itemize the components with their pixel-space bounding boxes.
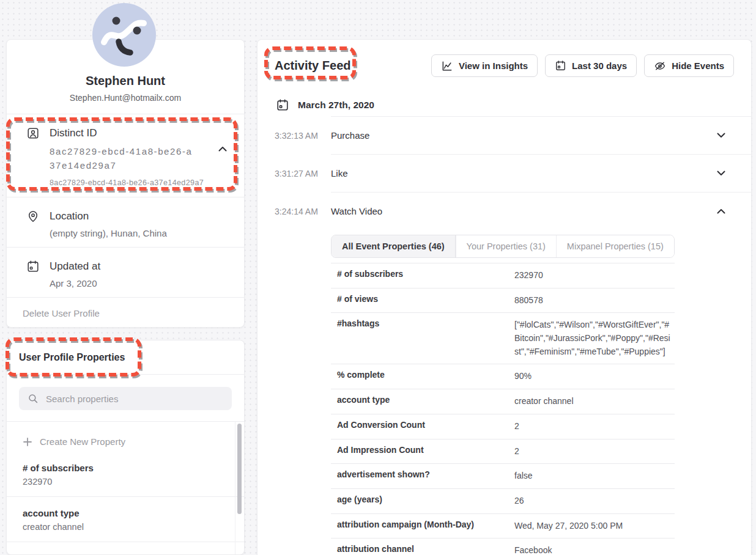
property-value: Facebook bbox=[514, 544, 673, 555]
property-value: 2 bbox=[514, 445, 673, 458]
create-new-property-button[interactable]: Create New Property bbox=[7, 422, 244, 452]
event-time: 3:32:13 AM bbox=[258, 131, 331, 141]
property-name: account type bbox=[23, 508, 244, 518]
event-row[interactable]: 3:31:27 AM Like bbox=[258, 155, 751, 192]
event-time: 3:31:27 AM bbox=[258, 169, 331, 178]
create-new-property-label: Create New Property bbox=[40, 436, 125, 447]
property-value: 880578 bbox=[514, 294, 673, 307]
id-card-icon bbox=[26, 127, 40, 140]
property-value: 2 bbox=[514, 420, 673, 433]
view-in-insights-label: View in Insights bbox=[459, 61, 528, 71]
property-value: ["#lolCats","#Wilson","#WorstGiftEver","… bbox=[514, 318, 673, 358]
distinct-id-sub-value: 8ac27829-ebcd-41a8-be26-a37e14ed29a7 bbox=[50, 178, 227, 187]
distinct-id-section: Distinct ID 8ac27829-ebcd-41a8-be26-a37e… bbox=[7, 114, 244, 197]
search-icon bbox=[28, 393, 39, 404]
location-section: Location (empty string), Hunan, China bbox=[7, 197, 244, 248]
property-name: attribution channel bbox=[331, 544, 514, 555]
event-row-expanded[interactable]: 3:24:14 AM Watch Video bbox=[258, 193, 751, 230]
property-name: # of subscribers bbox=[23, 463, 244, 473]
properties-scrollbar[interactable] bbox=[237, 424, 243, 521]
hide-events-label: Hide Events bbox=[672, 61, 724, 71]
avatar bbox=[92, 3, 156, 67]
property-value: false bbox=[514, 469, 673, 483]
event-properties-panel: All Event Properties (46) Your Propertie… bbox=[331, 235, 675, 555]
plus-icon bbox=[23, 437, 32, 447]
table-row: # of views 880578 bbox=[331, 289, 675, 314]
property-name: advertisement shown? bbox=[331, 469, 514, 483]
properties-list: Create New Property # of subscribers 232… bbox=[7, 422, 244, 542]
chevron-up-icon[interactable] bbox=[717, 208, 725, 214]
table-row: attribution channel Facebook bbox=[331, 538, 675, 555]
feed-date-label: March 27th, 2020 bbox=[298, 100, 374, 111]
table-row: account type creator channel bbox=[331, 389, 675, 414]
updated-at-section: Updated at Apr 3, 2020 bbox=[7, 248, 244, 298]
chevron-up-icon[interactable] bbox=[218, 146, 227, 152]
distinct-id-value: 8ac27829-ebcd-41a8-be26-a37e14ed29a7 bbox=[50, 145, 196, 172]
updated-at-label: Updated at bbox=[50, 260, 100, 273]
profile-email: Stephen.Hunt@hotmailx.com bbox=[7, 93, 244, 103]
table-row: age (years) 26 bbox=[331, 489, 675, 514]
user-profile-properties-card: User Profile Properties Create New Prope… bbox=[6, 340, 245, 555]
location-label: Location bbox=[50, 210, 89, 222]
property-value: 26 bbox=[514, 494, 673, 508]
search-properties-input[interactable] bbox=[46, 394, 223, 404]
user-profile-card: Stephen Hunt Stephen.Hunt@hotmailx.com D… bbox=[6, 39, 245, 328]
table-row: Ad Conversion Count 2 bbox=[331, 414, 675, 439]
hide-events-button[interactable]: Hide Events bbox=[644, 54, 734, 77]
search-properties-field[interactable] bbox=[19, 387, 232, 410]
table-row: Ad Impression Count 2 bbox=[331, 439, 675, 465]
tab-mixpanel-properties[interactable]: Mixpanel Properties (15) bbox=[556, 235, 674, 257]
event-properties-tabs: All Event Properties (46) Your Propertie… bbox=[331, 235, 675, 258]
property-name: Ad Impression Count bbox=[331, 445, 514, 458]
calendar-icon bbox=[555, 60, 566, 72]
date-range-button[interactable]: Last 30 days bbox=[545, 54, 637, 77]
user-profile-properties-title: User Profile Properties bbox=[19, 352, 125, 363]
property-name: % complete bbox=[331, 370, 514, 383]
line-chart-icon bbox=[441, 60, 453, 72]
chevron-down-icon[interactable] bbox=[717, 171, 725, 176]
distinct-id-label: Distinct ID bbox=[50, 127, 97, 139]
property-name: # of views bbox=[331, 294, 514, 307]
property-item[interactable]: # of subscribers 232970 bbox=[7, 452, 244, 497]
tab-all-event-properties[interactable]: All Event Properties (46) bbox=[332, 235, 456, 257]
updated-at-value: Apr 3, 2020 bbox=[50, 278, 227, 289]
property-name: Ad Conversion Count bbox=[331, 420, 514, 433]
date-range-label: Last 30 days bbox=[572, 61, 627, 71]
feed-date-header: March 27th, 2020 bbox=[258, 77, 751, 116]
eye-off-icon bbox=[654, 60, 666, 72]
event-row[interactable]: 3:32:13 AM Purchase bbox=[258, 117, 751, 154]
table-row: # of subscribers 232970 bbox=[331, 263, 675, 289]
event-properties-table: # of subscribers 232970 # of views 88057… bbox=[331, 263, 675, 555]
chevron-down-icon[interactable] bbox=[717, 133, 725, 138]
property-name: # of subscribers bbox=[331, 269, 514, 282]
property-value: creator channel bbox=[514, 395, 673, 408]
profile-name: Stephen Hunt bbox=[7, 74, 244, 88]
activity-feed-title: Activity Feed bbox=[275, 59, 350, 73]
property-item[interactable]: account type creator channel bbox=[7, 497, 244, 542]
activity-feed-card: Activity Feed View in Insights bbox=[257, 39, 752, 555]
property-name: age (years) bbox=[331, 494, 514, 508]
calendar-icon bbox=[276, 98, 289, 112]
scrollbar-track bbox=[235, 421, 235, 555]
event-name: Like bbox=[331, 168, 348, 178]
delete-user-profile-button[interactable]: Delete User Profile bbox=[7, 298, 244, 328]
property-value: 90% bbox=[514, 370, 673, 383]
event-name: Watch Video bbox=[331, 206, 382, 216]
scrollbar-thumb[interactable] bbox=[237, 424, 242, 514]
property-name: account type bbox=[331, 395, 514, 408]
table-row: advertisement shown? false bbox=[331, 464, 675, 489]
property-value: Wed, May 27, 2020 5:00 PM bbox=[514, 520, 673, 533]
property-value: 232970 bbox=[23, 477, 244, 487]
event-time: 3:24:14 AM bbox=[258, 207, 331, 216]
property-value: 232970 bbox=[514, 269, 673, 282]
table-row: % complete 90% bbox=[331, 364, 675, 389]
view-in-insights-button[interactable]: View in Insights bbox=[431, 54, 538, 77]
tab-your-properties[interactable]: Your Properties (31) bbox=[456, 235, 556, 257]
event-name: Purchase bbox=[331, 130, 369, 141]
location-value: (empty string), Hunan, China bbox=[50, 228, 227, 238]
location-pin-icon bbox=[26, 210, 40, 223]
calendar-icon bbox=[26, 260, 40, 273]
property-value: creator channel bbox=[23, 522, 244, 532]
table-row: attribution campaign (Month-Day) Wed, Ma… bbox=[331, 514, 675, 539]
table-row: #hashtags ["#lolCats","#Wilson","#WorstG… bbox=[331, 313, 675, 364]
